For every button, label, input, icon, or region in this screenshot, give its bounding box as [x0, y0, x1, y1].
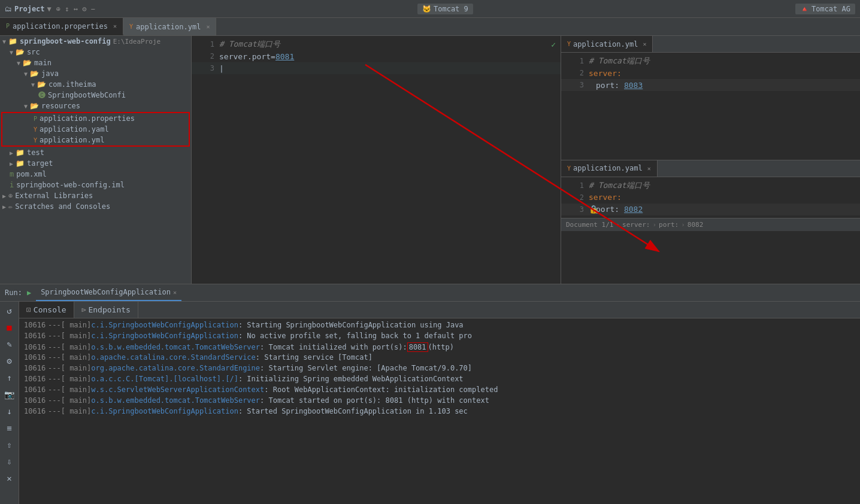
sidebar-item-springboot-class[interactable]: 🅒 SpringbootWebConfi: [0, 90, 191, 101]
stop-button[interactable]: ■: [3, 321, 16, 334]
log-sep-9: ---: [48, 407, 61, 415]
line-content-1: # Tomcat端口号: [219, 39, 280, 50]
right-top-num-2: 2: [566, 69, 584, 77]
run-tab-springboot[interactable]: SpringbootWebConfigApplication ✕: [36, 284, 181, 301]
breadcrumb-arrow-2: ›: [652, 221, 656, 229]
console-tab-label: Console: [34, 305, 66, 314]
log-thread-9: [ main]: [61, 407, 92, 415]
tab-close-properties[interactable]: ✕: [113, 23, 117, 29]
resources-label: resources: [41, 102, 80, 110]
right-top-editor[interactable]: 1 # Tomcat端口号 2 server: 3 port: 8083: [561, 53, 860, 93]
log-num-5: 10616: [24, 364, 48, 372]
ext-arrow: ▶: [2, 193, 6, 199]
sidebar-item-iml[interactable]: i springboot-web-config.iml: [0, 180, 191, 190]
console-tab[interactable]: ⊡ Console: [19, 302, 74, 318]
sidebar-item-project-root[interactable]: ▼ 📁 springboot-web-config E:\IdeaProje: [0, 36, 191, 47]
right-top-tab-icon: Y: [567, 41, 571, 47]
sidebar-item-resources[interactable]: ▼ 📂 resources: [0, 101, 191, 111]
target-label: target: [27, 159, 53, 168]
log-thread-5: [ main]: [61, 364, 92, 372]
log-msg-4: : Starting service [Tomcat]: [256, 353, 373, 362]
pom-icon: m: [10, 170, 14, 178]
sidebar-item-ext-libraries[interactable]: ▶ ⊕ External Libraries: [0, 190, 191, 201]
log-num-2: 10616: [24, 332, 48, 340]
sidebar-item-main[interactable]: ▼ 📂 main: [0, 57, 191, 68]
right-top-tab[interactable]: Y application.yml ✕: [561, 36, 653, 52]
tomcat-badge-top[interactable]: 🐱 Tomcat 9: [417, 4, 473, 14]
log-thread-7: [ main]: [61, 385, 92, 394]
tomcat-ag-badge[interactable]: 🔺 Tomcat AG: [795, 4, 855, 14]
right-top-line-3: 3 port: 8083: [561, 79, 860, 91]
sidebar-item-pom-xml[interactable]: m pom.xml: [0, 169, 191, 180]
java-label: java: [41, 69, 59, 78]
right-bottom-lock-icon: 🔒: [589, 205, 596, 214]
arrow-up2[interactable]: ⇧: [3, 438, 16, 451]
dropdown-icon: ▼: [47, 5, 52, 13]
line-content-2: server.port=8081: [219, 52, 294, 61]
highlighted-files-group: P application.properties Y application.y…: [1, 112, 190, 147]
sidebar-item-java[interactable]: ▼ 📂 java: [0, 68, 191, 79]
log-sep-7: ---: [48, 385, 61, 394]
sort-button[interactable]: ≡: [3, 421, 16, 435]
app-props-label: application.properties: [40, 114, 135, 123]
tab-application-properties[interactable]: P application.properties ✕: [0, 18, 123, 35]
log-sep-2: ---: [48, 332, 61, 340]
app-props-icon: P: [34, 116, 37, 122]
line-num-3: 3: [196, 64, 214, 72]
breadcrumb-arrow-3: ›: [681, 221, 685, 229]
status-port: port:: [659, 221, 679, 229]
run-tab-close[interactable]: ✕: [173, 289, 177, 296]
tab-application-yml[interactable]: Y application.yml ✕: [123, 18, 216, 35]
rerun-button[interactable]: ↺: [3, 304, 16, 317]
port-val-bottom: 8082: [624, 205, 643, 214]
endpoints-tab[interactable]: ⊳ Endpoints: [74, 302, 138, 318]
editor-line-2: 2 server.port=8081: [192, 50, 561, 62]
arrow-down2[interactable]: ⇩: [3, 455, 16, 468]
right-bottom-content-3: port: 8082: [596, 205, 643, 214]
resources-folder-icon: 📂: [30, 102, 39, 110]
left-editor-pane: 1 # Tomcat端口号 ✓ 2 server.port=8081 3 |: [192, 36, 561, 284]
target-folder-icon: 📁: [16, 159, 25, 168]
down-button[interactable]: ↓: [3, 405, 16, 418]
log-num-1: 10616: [24, 321, 48, 329]
right-bottom-line-3: 3 🔒 port: 8082: [561, 204, 860, 215]
sidebar-item-scratches[interactable]: ▶ ✏ Scratches and Consoles: [0, 201, 191, 212]
right-bottom-tab[interactable]: Y application.yaml ✕: [561, 160, 658, 177]
breadcrumb-arrow-1: ›: [616, 221, 620, 229]
sidebar-item-test[interactable]: ▶ 📁 test: [0, 147, 191, 158]
right-top-tab-close[interactable]: ✕: [643, 41, 646, 47]
camera-button[interactable]: 📷: [3, 388, 16, 401]
editor-line-1: 1 # Tomcat端口号 ✓: [192, 38, 561, 50]
right-bottom-tab-close[interactable]: ✕: [647, 165, 651, 172]
sidebar-item-app-properties[interactable]: P application.properties: [2, 113, 189, 124]
right-bottom-editor[interactable]: 1 # Tomcat端口号 2 server: 3 🔒 port: 8082: [561, 177, 860, 218]
project-label[interactable]: Project: [14, 5, 45, 13]
src-label: src: [27, 48, 40, 56]
project-icon: 🗂: [5, 5, 12, 13]
settings-button[interactable]: ⚙: [3, 354, 16, 368]
port-value: 8081: [275, 52, 294, 61]
tab-label-properties: application.properties: [13, 22, 108, 31]
iml-label: springboot-web-config.iml: [16, 181, 125, 189]
log-num-8: 10616: [24, 396, 48, 405]
ext-lib-icon: ⊕: [8, 192, 13, 200]
up-button[interactable]: ↑: [3, 371, 16, 384]
close-button[interactable]: ✕: [3, 472, 16, 485]
test-arrow: ▶: [10, 150, 13, 156]
log-num-4: 10616: [24, 353, 48, 362]
sidebar-item-target[interactable]: ▶ 📁 target: [0, 158, 191, 169]
app-yaml1-label: application.yaml: [40, 125, 109, 133]
sidebar-item-src[interactable]: ▼ 📂 src: [0, 47, 191, 57]
log-class-2: c.i.SpringbootWebConfigApplication: [91, 332, 238, 340]
scroll-up-button[interactable]: ✎: [3, 338, 16, 351]
left-editor-content[interactable]: 1 # Tomcat端口号 ✓ 2 server.port=8081 3 |: [192, 36, 561, 284]
status-value: 8082: [688, 221, 704, 229]
tab-close-yml[interactable]: ✕: [206, 23, 210, 30]
sidebar-item-com-itheima[interactable]: ▼ 📂 com.itheima: [0, 79, 191, 90]
right-top-num-3: 3: [566, 81, 584, 89]
sidebar-item-app-yaml1[interactable]: Y application.yaml: [2, 124, 189, 135]
log-num-6: 10616: [24, 375, 48, 383]
sidebar-item-app-yml[interactable]: Y application.yml: [2, 135, 189, 145]
log-class-7: w.s.c.ServletWebServerApplicationContext: [91, 385, 264, 394]
status-server: server:: [622, 221, 650, 229]
